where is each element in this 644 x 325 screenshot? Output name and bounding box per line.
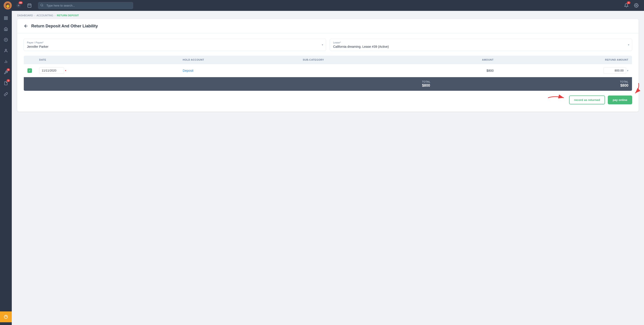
sidebar-item-links[interactable] xyxy=(1,90,10,99)
row-date-cell: • xyxy=(36,64,179,77)
sidebar-help[interactable] xyxy=(0,312,12,322)
documents-badge: 2 xyxy=(6,79,10,82)
svg-point-7 xyxy=(636,5,637,6)
row-hold-account-cell: Deposit xyxy=(179,64,299,77)
svg-point-0 xyxy=(18,5,19,6)
payer-label: Payer / Payee* xyxy=(27,41,323,44)
svg-point-15 xyxy=(5,49,6,50)
payer-dropdown-arrow[interactable]: ▾ xyxy=(322,43,323,46)
svg-rect-8 xyxy=(4,16,6,18)
tools-badge: 9 xyxy=(6,68,10,71)
page-title: Return Deposit And Other Liability xyxy=(31,24,98,28)
deposits-table: DATE HOLD ACCOUNT SUB-CATEGORY AMOUNT RE… xyxy=(24,55,632,91)
back-button[interactable] xyxy=(24,23,28,28)
alerts-badge: 59 xyxy=(18,1,23,4)
col-checkbox xyxy=(24,56,36,64)
table-container: DATE HOLD ACCOUNT SUB-CATEGORY AMOUNT RE… xyxy=(17,55,638,91)
total-refund-cell: TOTAL $800 xyxy=(497,77,632,91)
breadcrumb-accounting[interactable]: ACCOUNTING xyxy=(36,14,53,17)
pay-online-button[interactable]: pay online xyxy=(608,95,632,104)
sidebar-item-tools[interactable]: 9 xyxy=(1,68,10,77)
svg-line-6 xyxy=(42,6,43,6)
deposit-link[interactable]: Deposit xyxy=(183,69,194,72)
lease-field[interactable]: Lease* California dreaming. Lease #39 (A… xyxy=(330,39,632,51)
refund-amount-input[interactable] xyxy=(604,67,626,74)
date-required-dot: • xyxy=(65,69,66,73)
action-row: record as returned pay online xyxy=(17,91,638,104)
table-row: ✓ • Deposit xyxy=(24,64,632,77)
top-navigation: 👩 59 4 xyxy=(0,0,644,11)
row-amount: $800 xyxy=(486,69,494,72)
sidebar-item-grid[interactable] xyxy=(1,13,10,23)
nav-right: 4 xyxy=(622,1,640,9)
payer-value: Jennifer Parker xyxy=(27,45,323,48)
total-amount-cell: TOTAL $800 xyxy=(418,77,497,91)
col-amount: AMOUNT xyxy=(418,56,497,64)
search-icon xyxy=(40,3,44,7)
settings-button[interactable] xyxy=(632,1,640,9)
col-sub-category: SUB-CATEGORY xyxy=(299,56,418,64)
lease-value: California dreaming. Lease #39 (Active) xyxy=(333,45,629,48)
total-refund-amount: $800 xyxy=(501,83,628,88)
sidebar-item-home[interactable] xyxy=(1,24,10,33)
refund-dropdown-arrow[interactable]: ▾ xyxy=(627,69,628,72)
row-sub-category-cell xyxy=(299,64,418,77)
search-bar xyxy=(38,2,133,9)
svg-rect-11 xyxy=(4,18,6,20)
user-avatar[interactable]: 👩 xyxy=(4,1,12,9)
arrow-right-decoration xyxy=(625,82,641,96)
page-header: Return Deposit And Other Liability xyxy=(17,19,638,33)
sidebar-item-reports[interactable] xyxy=(1,57,10,66)
totals-row: TOTAL $800 TOTAL $800 xyxy=(24,77,632,91)
total-label: TOTAL xyxy=(422,80,494,83)
svg-rect-10 xyxy=(6,18,8,20)
sidebar-item-documents[interactable]: 2 xyxy=(1,79,10,88)
record-as-returned-button[interactable]: record as returned xyxy=(569,95,605,104)
notifications-badge: 4 xyxy=(627,1,630,4)
page-card: Return Deposit And Other Liability Payer… xyxy=(17,19,638,112)
col-hold-account: HOLD ACCOUNT xyxy=(179,56,299,64)
breadcrumb-sep1: › xyxy=(34,14,35,17)
row-checkbox-cell: ✓ xyxy=(24,64,36,77)
date-input[interactable] xyxy=(39,67,64,74)
lease-label: Lease* xyxy=(333,41,629,44)
lease-dropdown-arrow[interactable]: ▾ xyxy=(628,43,629,46)
total-spacer xyxy=(24,77,418,91)
svg-rect-9 xyxy=(6,16,8,18)
breadcrumb-sep2: › xyxy=(54,14,56,17)
row-amount-cell: $800 xyxy=(418,64,497,77)
breadcrumb-dashboard[interactable]: DASHBOARD xyxy=(17,14,33,17)
row-checkbox[interactable]: ✓ xyxy=(28,68,32,73)
sidebar: 9 2 xyxy=(0,11,12,325)
notifications-button[interactable]: 4 xyxy=(622,1,630,9)
svg-rect-1 xyxy=(28,4,31,7)
breadcrumb-current: RETURN DEPOSIT xyxy=(57,14,79,17)
total-amount: $800 xyxy=(422,83,494,88)
col-date: DATE xyxy=(36,56,179,64)
svg-point-5 xyxy=(41,4,43,6)
sidebar-item-people[interactable] xyxy=(1,46,10,55)
sidebar-item-accounting[interactable] xyxy=(1,35,10,44)
search-input[interactable] xyxy=(38,2,133,9)
breadcrumb: DASHBOARD › ACCOUNTING › RETURN DEPOSIT xyxy=(12,11,644,19)
row-refund-cell: ▾ xyxy=(497,64,632,77)
total-refund-label: TOTAL xyxy=(501,80,628,83)
calendar-button[interactable] xyxy=(25,1,34,9)
arrow-left-decoration xyxy=(548,94,566,101)
main-content: DASHBOARD › ACCOUNTING › RETURN DEPOSIT … xyxy=(12,11,644,325)
payer-field[interactable]: Payer / Payee* Jennifer Parker ▾ xyxy=(24,39,326,51)
form-row: Payer / Payee* Jennifer Parker ▾ Lease* … xyxy=(17,33,638,55)
alerts-button[interactable]: 59 xyxy=(14,1,23,9)
col-refund-amount: REFUND AMOUNT xyxy=(497,56,632,64)
